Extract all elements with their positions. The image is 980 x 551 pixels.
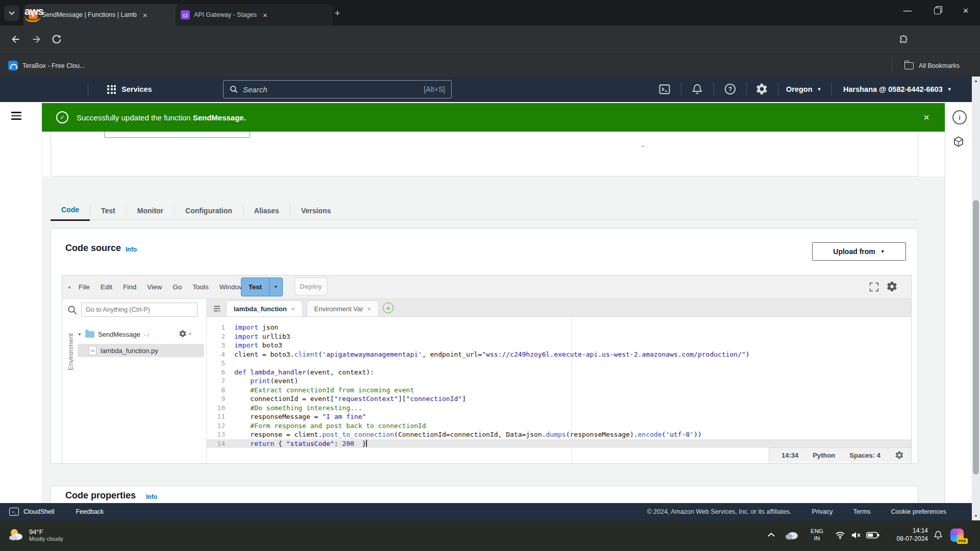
goto-search-icon[interactable]: [67, 305, 77, 315]
goto-anything-input[interactable]: [81, 303, 198, 317]
window-close-button[interactable]: ×: [953, 0, 978, 21]
add-editor-tab-icon[interactable]: +: [383, 303, 394, 313]
privacy-link[interactable]: Privacy: [812, 508, 833, 515]
bookmark-terabox[interactable]: TeraBox - Free Clou...: [8, 61, 85, 70]
code-line[interactable]: 11 responseMessage = "I am fine": [207, 412, 911, 421]
settings-gear-icon[interactable]: [755, 83, 768, 95]
scrollbar-thumb[interactable]: [973, 200, 979, 474]
fullscreen-icon[interactable]: [869, 282, 879, 292]
menu-view[interactable]: View: [147, 283, 162, 291]
code-line[interactable]: 14 return { "statusCode": 200 }: [207, 439, 911, 448]
language-mode[interactable]: Python: [813, 452, 835, 459]
browser-tab-sendmessage[interactable]: λ SendMessage | Functions | Lamb ×: [23, 4, 182, 26]
tree-folder-row[interactable]: ▼ SendMessage - /: [78, 331, 149, 338]
tree-settings-gear[interactable]: ▼: [179, 330, 192, 338]
menu-find[interactable]: Find: [123, 283, 136, 291]
test-dropdown-button[interactable]: ▼: [269, 278, 282, 296]
services-menu[interactable]: Services: [107, 83, 152, 96]
language-indicator[interactable]: ENGIN: [811, 528, 823, 542]
terms-link[interactable]: Terms: [853, 508, 871, 515]
tab-close-icon[interactable]: ×: [261, 10, 270, 20]
editor-tab-lambda-function[interactable]: lambda_function×: [226, 300, 303, 316]
cloudshell-button[interactable]: >_ CloudShell: [9, 508, 54, 516]
folder-expand-icon[interactable]: ▼: [78, 332, 82, 337]
code-line[interactable]: 2import urllib3: [207, 332, 911, 341]
menu-file[interactable]: File: [79, 283, 90, 291]
tab-configuration[interactable]: Configuration: [175, 201, 243, 220]
code-area[interactable]: 1import json2import urllib33import boto3…: [207, 317, 911, 463]
upload-from-button[interactable]: Upload from ▼: [812, 242, 906, 261]
info-panel-icon[interactable]: i: [952, 110, 967, 124]
account-menu[interactable]: Harshana @ 0582-6442-6603 ▼: [843, 83, 952, 96]
code-line[interactable]: 3import boto3: [207, 341, 911, 350]
code-line[interactable]: 9 connectionId = event["requestContext"]…: [207, 394, 911, 404]
scroll-up-arrow[interactable]: ▲: [972, 77, 980, 85]
code-line[interactable]: 8 #Extract connectionId from incoming ev…: [207, 386, 911, 395]
back-button[interactable]: [10, 34, 21, 45]
tree-file-lambda-function[interactable]: <> lambda_function.py: [78, 344, 204, 357]
collapse-editor-icon[interactable]: ▲: [67, 285, 71, 289]
cookie-preferences-link[interactable]: Cookie preferences: [891, 508, 946, 515]
tab-versions[interactable]: Versions: [290, 201, 341, 220]
feedback-link[interactable]: Feedback: [76, 508, 104, 515]
wifi-icon[interactable]: [835, 531, 845, 539]
code-line[interactable]: 4client = boto3.client('apigatewaymanage…: [207, 350, 911, 359]
hamburger-menu-icon[interactable]: [11, 112, 21, 122]
code-line[interactable]: 10 #Do something interesting...: [207, 404, 911, 413]
code-line[interactable]: 5: [207, 359, 911, 368]
code-line[interactable]: 12 #Form response and post back to conne…: [207, 421, 911, 431]
menu-go[interactable]: Go: [173, 283, 182, 291]
region-selector[interactable]: Oregon ▼: [786, 83, 821, 96]
status-gear-icon[interactable]: [895, 450, 904, 460]
tab-code[interactable]: Code: [51, 200, 90, 221]
tab-monitor[interactable]: Monitor: [127, 201, 174, 220]
tab-close-icon[interactable]: ×: [291, 305, 295, 313]
tab-close-icon[interactable]: ×: [141, 10, 150, 20]
volume-muted-icon[interactable]: [850, 531, 862, 540]
tab-test[interactable]: Test: [90, 201, 126, 220]
notifications-icon[interactable]: [933, 530, 943, 541]
code-line[interactable]: 1import json: [207, 323, 911, 332]
scroll-down-arrow[interactable]: ▼: [972, 512, 980, 520]
forward-button[interactable]: [31, 34, 42, 45]
cursor-position[interactable]: 14:34: [781, 452, 798, 459]
reload-button[interactable]: [51, 34, 62, 45]
help-icon[interactable]: ?: [724, 83, 737, 95]
environment-panel-label[interactable]: Environment: [67, 327, 75, 378]
window-restore-button[interactable]: [925, 0, 949, 21]
new-tab-button[interactable]: +: [331, 7, 344, 20]
window-minimize-button[interactable]: —: [895, 0, 920, 21]
all-bookmarks-button[interactable]: All Bookmarks: [892, 60, 960, 71]
aws-logo[interactable]: aws: [24, 6, 43, 22]
code-line[interactable]: 13 response = client.post_to_connection(…: [207, 430, 911, 439]
copilot-icon[interactable]: PRE: [950, 529, 964, 542]
indent-setting[interactable]: Spaces: 4: [849, 452, 880, 459]
deploy-button[interactable]: Deploy: [295, 278, 327, 295]
notifications-bell-icon[interactable]: [691, 83, 703, 96]
tab-aliases[interactable]: Aliases: [243, 201, 290, 220]
onedrive-icon[interactable]: [785, 530, 799, 540]
code-source-info-link[interactable]: Info: [126, 246, 137, 253]
browser-tab-apigateway[interactable]: {;} API Gateway - Stages ×: [176, 4, 333, 26]
code-properties-info-link[interactable]: Info: [146, 493, 157, 500]
menu-tools[interactable]: Tools: [192, 283, 209, 291]
test-button[interactable]: Test: [241, 278, 269, 296]
extensions-icon[interactable]: [899, 35, 909, 45]
cloudshell-icon[interactable]: [658, 83, 671, 95]
code-line[interactable]: 7 print(event): [207, 377, 911, 386]
clock-widget[interactable]: 14:14 08-07-2024: [887, 527, 928, 543]
weather-widget[interactable]: 94°F Mostly cloudy: [7, 526, 63, 543]
code-line[interactable]: 6def lambda_handler(event, context):: [207, 368, 911, 377]
editor-settings-gear-icon[interactable]: [886, 281, 898, 292]
battery-icon[interactable]: [866, 532, 879, 539]
banner-close-icon[interactable]: ×: [923, 112, 929, 123]
browser-scrollbar[interactable]: ▲ ▼: [972, 77, 980, 520]
tab-search-button[interactable]: [4, 6, 19, 21]
aws-search-box[interactable]: Search [Alt+S]: [223, 80, 452, 98]
menu-window[interactable]: Window: [219, 283, 244, 291]
menu-edit[interactable]: Edit: [101, 283, 112, 291]
resources-panel-icon[interactable]: [952, 136, 965, 148]
tray-chevron-up-icon[interactable]: [767, 532, 775, 538]
tab-close-icon[interactable]: ×: [367, 305, 371, 313]
editor-tab-environment-var[interactable]: Environment Var×: [307, 300, 379, 316]
